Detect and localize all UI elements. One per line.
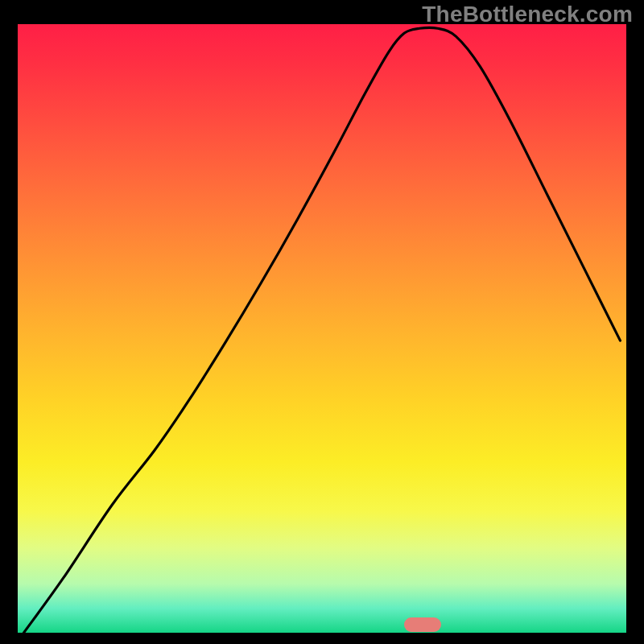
color-gradient-background [18, 24, 626, 633]
chart-frame: TheBottleneck.com [0, 0, 644, 644]
plot-area [18, 24, 626, 633]
optimum-marker [404, 617, 441, 632]
